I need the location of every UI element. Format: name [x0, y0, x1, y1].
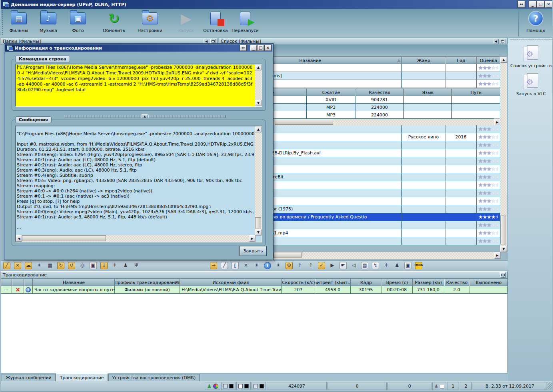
- rating-stars[interactable]: ★★★★★: [478, 73, 498, 78]
- maximize-button[interactable]: □: [537, 1, 544, 8]
- folder-import-icon[interactable]: ↓: [100, 262, 108, 269]
- rating-stars[interactable]: ★★★★★: [478, 166, 498, 172]
- rating-stars[interactable]: ★★★★★: [478, 238, 498, 244]
- tab-transcoding[interactable]: Транскодирование: [56, 373, 108, 381]
- toolbar-button-settings[interactable]: ⚙Настройки: [135, 10, 165, 37]
- rating-stars[interactable]: ★★★★★: [478, 222, 498, 228]
- cell-info[interactable]: i: [24, 286, 33, 294]
- toolbar-grip[interactable]: [2, 10, 3, 36]
- rating-stars[interactable]: ★★★★★: [478, 206, 498, 212]
- column-header[interactable]: Сжатие: [307, 89, 355, 96]
- attach-window-button[interactable]: ↔: [518, 1, 525, 8]
- recycle-bin-icon[interactable]: ▯: [232, 262, 239, 269]
- save-icon[interactable]: ▣: [404, 262, 411, 269]
- toolbar-button-films[interactable]: ▤Фильмы: [4, 10, 34, 37]
- folder-check-icon[interactable]: ✓: [318, 262, 325, 269]
- edit-page-icon[interactable]: ╱: [221, 262, 228, 269]
- cell-delete[interactable]: ×: [12, 286, 24, 294]
- column-header[interactable]: Размер (кБ): [413, 279, 444, 286]
- folder-open-icon[interactable]: →: [210, 262, 217, 269]
- delete-x-icon[interactable]: ×: [242, 262, 250, 269]
- rating-stars[interactable]: ★★★★★: [478, 158, 498, 164]
- gear-info-icon[interactable]: i: [264, 262, 271, 269]
- sidebar-item-device-list[interactable]: ⚙Список устройств: [508, 45, 553, 68]
- save-icon[interactable]: ▣: [90, 262, 97, 269]
- column-header[interactable]: Скорость (к/с): [282, 279, 315, 286]
- scroll-up-icon[interactable]: ▲: [255, 64, 262, 70]
- users-icon[interactable]: ♟: [122, 262, 129, 269]
- column-header[interactable]: Профиль транскодирования▽: [115, 279, 180, 286]
- column-header[interactable]: Жанр: [402, 57, 445, 64]
- scroll-down-icon[interactable]: ▼: [255, 229, 262, 235]
- cell-grip[interactable]: ···: [1, 286, 12, 294]
- dialog-close-action-button[interactable]: Закрыть: [240, 246, 267, 256]
- column-header[interactable]: Выполнено: [469, 279, 508, 286]
- rating-stars[interactable]: ★★★★★: [478, 214, 498, 220]
- messages-box[interactable]: "C:\Program Files (x86)\Home Media Serve…: [15, 126, 262, 242]
- mosaic-icon[interactable]: ▦: [46, 262, 54, 269]
- sidebar-item-vlc-launch[interactable]: ⚙Запуск в VLC: [508, 73, 553, 96]
- burst-icon[interactable]: ☀: [275, 262, 282, 269]
- tools-icon[interactable]: †: [296, 262, 303, 269]
- dialog-close-button[interactable]: ✕: [265, 45, 271, 51]
- toolbar-button-photo[interactable]: ▣Фото: [63, 10, 93, 37]
- weather-icon[interactable]: ☀: [36, 262, 43, 269]
- scroll-up-icon[interactable]: ▲: [500, 57, 507, 63]
- rating-stars[interactable]: ★★★★★: [478, 126, 498, 132]
- key-icon[interactable]: ‡: [383, 262, 390, 269]
- close-button[interactable]: ✕: [545, 1, 552, 8]
- speaker-icon[interactable]: ◁: [350, 262, 357, 269]
- scroll-right-icon[interactable]: ▶: [494, 119, 500, 126]
- folder-sync-icon[interactable]: ↺: [68, 262, 75, 269]
- column-header[interactable]: Язык: [404, 89, 452, 96]
- tab-dmr-devices[interactable]: Устройства воспроизведения (DMR): [108, 374, 200, 381]
- column-header[interactable]: [24, 279, 33, 286]
- folder-gear-icon[interactable]: ⚙: [285, 262, 293, 269]
- toolbar-button-restart[interactable]: ▶Перезапуск: [230, 10, 260, 37]
- column-header[interactable]: Путь: [452, 89, 500, 96]
- splitter-collapse-icon[interactable]: ▲: [142, 114, 148, 118]
- resize-grip[interactable]: [547, 382, 553, 390]
- scroll-down-icon[interactable]: ▼: [255, 100, 262, 106]
- command-line-text[interactable]: "C:\Program Files (x86)\Home Media Serve…: [15, 64, 262, 107]
- pin-button[interactable]: [500, 272, 506, 278]
- rating-stars[interactable]: ★★★★★: [478, 81, 498, 86]
- scroll-down-icon[interactable]: ▼: [500, 246, 507, 252]
- dialog-attach-button[interactable]: ↔: [240, 45, 246, 51]
- key-icon[interactable]: ‡: [111, 262, 118, 269]
- column-header[interactable]: Качество: [355, 89, 404, 96]
- toolbar-button-stop[interactable]: ■Остановка: [201, 10, 230, 37]
- scroll-right-icon[interactable]: ▶: [249, 235, 255, 242]
- lifebuoy-icon[interactable]: ◎: [79, 262, 86, 269]
- rating-stars[interactable]: ★★★★★: [478, 174, 498, 180]
- transcode-row[interactable]: ···×iЧасто задаваемые вопросы о путешесФ…: [1, 286, 508, 294]
- dialog-splitter[interactable]: ▲: [64, 114, 226, 118]
- rating-stars[interactable]: ★★★★★: [478, 150, 498, 156]
- scroll-up-icon[interactable]: ▲: [255, 126, 262, 132]
- column-header[interactable]: Исходный файл: [180, 279, 282, 286]
- files-vscrollbar[interactable]: ▲ ▼: [500, 57, 507, 252]
- folder-delete-icon[interactable]: ×: [14, 262, 21, 269]
- column-header[interactable]: Оценка: [477, 57, 500, 64]
- copy-pages-icon[interactable]: ▤: [361, 262, 368, 269]
- toolbar-button-refresh[interactable]: ↻Обновить: [99, 10, 129, 37]
- column-header[interactable]: [1, 279, 12, 286]
- pin-button[interactable]: [500, 39, 505, 44]
- rating-stars[interactable]: ★★★★★: [478, 65, 498, 70]
- scroll-right-icon[interactable]: ▶: [494, 252, 500, 259]
- rating-stars[interactable]: ★★★★★: [478, 182, 498, 188]
- command-vscrollbar[interactable]: ▲ ▼: [255, 64, 262, 106]
- tab-log[interactable]: Журнал сообщений: [2, 374, 56, 381]
- users-icon[interactable]: ♟: [393, 262, 401, 269]
- column-header[interactable]: Год: [445, 57, 477, 64]
- dialog-minimize-button[interactable]: _: [250, 45, 257, 51]
- weather-icon[interactable]: ☀: [253, 262, 260, 269]
- page-hand-icon[interactable]: ☛: [339, 262, 347, 269]
- imdb-icon[interactable]: IMDb: [415, 262, 422, 269]
- column-header[interactable]: Качество: [444, 279, 469, 286]
- column-header[interactable]: Кадр: [351, 279, 381, 286]
- palm-tree-icon[interactable]: Ψ: [133, 262, 140, 269]
- folder-edit-icon[interactable]: ╱: [3, 262, 10, 269]
- rating-stars[interactable]: ★★★★★: [478, 134, 498, 140]
- dialog-maximize-button[interactable]: □: [258, 45, 264, 51]
